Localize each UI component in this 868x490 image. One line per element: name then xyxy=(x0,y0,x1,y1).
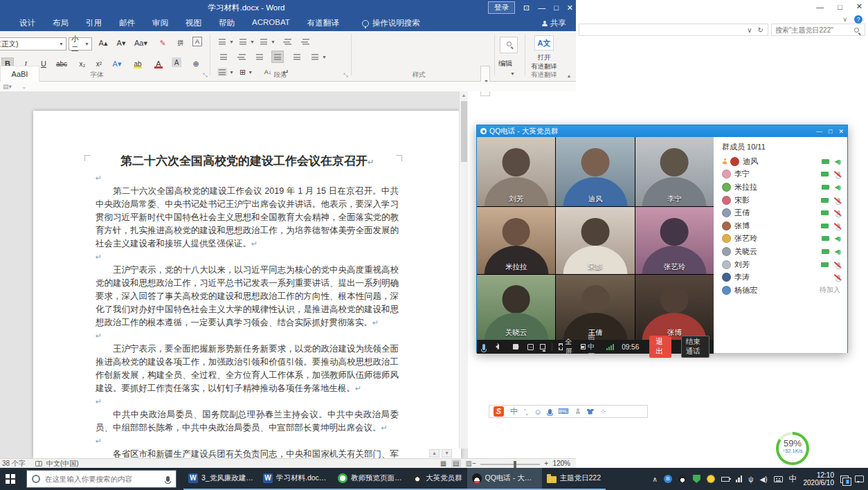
tell-me-search[interactable]: 操作说明搜索 xyxy=(362,18,420,28)
superscript-button[interactable]: x² xyxy=(93,57,105,70)
word-menu-tab[interactable]: 帮助 xyxy=(219,18,235,28)
qq-close-button[interactable]: ✕ xyxy=(838,128,844,135)
justify-button[interactable] xyxy=(271,51,284,63)
qq-maximize-button[interactable]: □ xyxy=(829,128,832,135)
end-call-button[interactable]: 结束通话 xyxy=(681,336,709,358)
hidden-icons-chevron[interactable]: ∧ xyxy=(653,475,658,483)
zoom-out-button[interactable]: − xyxy=(472,460,476,467)
taskbar-app-button[interactable]: 学习材料.docx - ... xyxy=(258,468,333,490)
line-spacing-button[interactable]: ▼ xyxy=(310,51,327,63)
skin-icon[interactable] xyxy=(587,409,594,415)
styles-more-button[interactable]: ▼ xyxy=(480,66,490,96)
open-youdao-button[interactable]: 打开 有道翻译 xyxy=(526,53,562,71)
emoji-icon[interactable]: ☺ xyxy=(534,408,542,416)
video-tile[interactable]: 张艺玲 xyxy=(635,207,714,274)
search-mic-icon[interactable] xyxy=(166,476,170,482)
qq-minimize-button[interactable]: — xyxy=(816,128,822,135)
explorer-address-bar[interactable]: ∨ ↻ xyxy=(579,24,768,36)
video-tile[interactable]: 王倩 xyxy=(556,275,634,340)
collapse-icon[interactable]: ⌄ xyxy=(21,83,27,90)
voice-input-icon[interactable] xyxy=(548,409,552,415)
video-tile[interactable]: 张博 xyxy=(635,275,714,340)
align-center-button[interactable] xyxy=(235,51,248,63)
taskbar-search-box[interactable] xyxy=(26,470,177,488)
action-center-icon[interactable] xyxy=(855,475,864,482)
web-layout-button[interactable]: ▥ xyxy=(466,460,472,467)
shading-button[interactable]: ▼ xyxy=(217,66,234,78)
member-row[interactable]: 米拉拉 xyxy=(714,181,847,194)
network-speed-ball[interactable]: 59% ↑52.1K/s xyxy=(776,432,809,465)
taskbar-app-button[interactable]: 大英党员群 xyxy=(408,468,467,490)
vertical-scrollbar[interactable]: ▲ xyxy=(459,91,468,448)
video-tile[interactable]: 迪风 xyxy=(556,137,634,206)
network-icon[interactable] xyxy=(736,475,743,482)
fullscreen-button[interactable]: 全屏 xyxy=(559,337,575,356)
member-row[interactable]: 李涛 xyxy=(714,271,847,284)
member-row[interactable]: 张艺玲 xyxy=(714,233,847,246)
notification-icon[interactable] xyxy=(840,475,849,483)
find-button[interactable] xyxy=(500,37,518,53)
taskbar-app-button[interactable]: 教师预览页面 - 36... xyxy=(333,468,408,490)
video-tile[interactable]: 关晓云 xyxy=(477,275,555,340)
toolbox-icon[interactable]: ⁘ xyxy=(600,407,606,416)
qq-title-bar[interactable]: QQ电话 - 大英党员群 — □ ✕ xyxy=(477,125,847,137)
font-dialog-launcher-icon[interactable]: ⤡ xyxy=(203,72,207,79)
decrease-indent-button[interactable] xyxy=(281,35,293,48)
font-color-button[interactable]: A xyxy=(152,57,165,70)
font-name-combo[interactable]: 线 (中文正文)▼ xyxy=(0,37,66,51)
member-row[interactable]: 王倩 xyxy=(714,206,847,219)
expand-ribbon-icon[interactable]: ∨ xyxy=(842,16,847,23)
word-menu-tab[interactable]: ACROBAT xyxy=(252,18,290,28)
youdao-translate-icon[interactable]: A文 xyxy=(534,35,554,51)
account-icon[interactable] xyxy=(575,408,581,415)
speaker-icon[interactable] xyxy=(493,344,499,350)
previous-page-button[interactable]: ▲ xyxy=(429,449,440,457)
explorer-minimize-button[interactable]: — xyxy=(816,3,824,11)
font-size-combo[interactable]: 小二▼ xyxy=(69,37,92,51)
clock[interactable]: 12:10 2020/6/10 xyxy=(804,471,835,487)
language-status[interactable]: 中文(中国) xyxy=(46,459,79,469)
touch-keyboard-icon[interactable] xyxy=(774,476,783,482)
word-menu-tab[interactable]: 设计 xyxy=(19,18,35,28)
numbering-button[interactable]: ▼ xyxy=(238,35,255,48)
taskbar-app-button[interactable]: QQ电话 - 大英党... xyxy=(467,468,542,490)
video-tile[interactable]: 米拉拉 xyxy=(477,207,555,274)
borders-button[interactable]: ⊞▼ xyxy=(239,66,253,78)
member-row[interactable]: 杨德宏 待加入 xyxy=(714,284,847,297)
word-login-button[interactable]: 登录 xyxy=(488,1,515,14)
word-minimize-button[interactable]: — xyxy=(538,4,545,12)
bluetooth-icon[interactable]: B xyxy=(664,475,672,483)
member-row[interactable]: 宋影 xyxy=(714,194,847,207)
screen-share-icon[interactable] xyxy=(540,344,545,350)
microphone-icon[interactable] xyxy=(482,344,485,350)
input-mode-toggle[interactable]: 中 xyxy=(510,406,518,417)
align-right-button[interactable] xyxy=(253,51,266,63)
taskbar-search-input[interactable] xyxy=(45,475,161,483)
usb-icon[interactable]: ψ xyxy=(748,475,753,483)
character-border-button[interactable]: A xyxy=(192,37,202,46)
address-dropdown-icon[interactable]: ∨ xyxy=(747,26,752,34)
highlight-color-button[interactable]: ab xyxy=(132,57,144,70)
shrink-font-button[interactable]: A▾ xyxy=(115,37,127,49)
document-page[interactable]: 第二十六次全国高校党的建设工作会议在京召开↵ ↵ 第二十六次全国高校党的建设工作… xyxy=(33,111,461,458)
word-menu-tab[interactable]: 引用 xyxy=(86,18,102,28)
multilevel-list-button[interactable]: ▼ xyxy=(259,35,275,48)
battery-icon[interactable] xyxy=(721,477,730,482)
taskbar-app-button[interactable]: 3_党风廉政建设相... xyxy=(183,468,258,490)
enclose-characters-button[interactable]: ⊕ xyxy=(190,57,202,70)
zoom-slider[interactable] xyxy=(480,464,540,465)
help-icon[interactable]: ? xyxy=(854,15,862,24)
word-menu-tab[interactable]: 有道翻译 xyxy=(307,18,339,28)
proofing-icon[interactable] xyxy=(35,461,42,466)
align-left-button[interactable] xyxy=(217,51,230,63)
zoom-level[interactable]: 120% xyxy=(552,460,570,467)
word-menu-tab[interactable]: 布局 xyxy=(53,18,69,28)
word-close-button[interactable]: ✕ xyxy=(567,4,573,12)
input-language-indicator[interactable]: 中 xyxy=(789,473,797,485)
bullets-button[interactable]: ▼ xyxy=(217,35,234,48)
collapse-ribbon-icon[interactable]: ▴ xyxy=(568,73,570,79)
character-shading-button[interactable]: A xyxy=(172,57,181,67)
word-menu-tab[interactable]: 审阅 xyxy=(152,18,168,28)
strikethrough-button[interactable]: abc xyxy=(55,57,68,70)
member-row[interactable]: 李宁 xyxy=(714,168,847,181)
